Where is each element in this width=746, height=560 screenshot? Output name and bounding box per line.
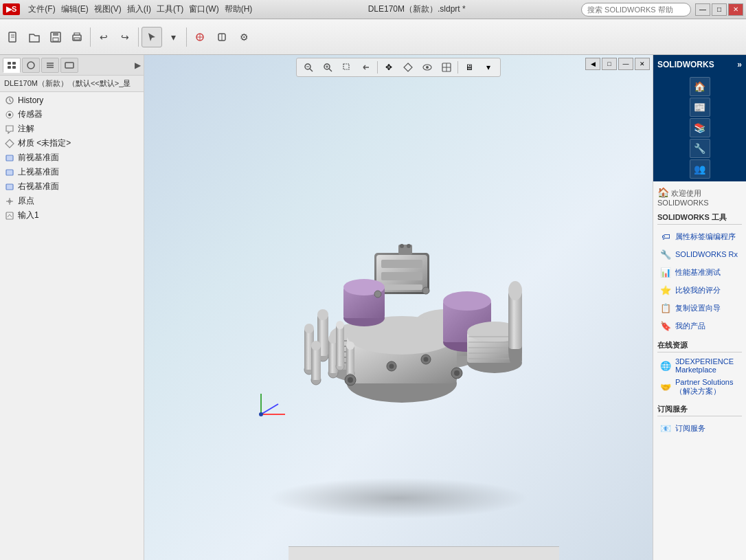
link-sw-rx[interactable]: 🔧 SOLIDWORKS Rx bbox=[657, 245, 742, 263]
tab-config[interactable] bbox=[41, 58, 59, 73]
tree-item-right-plane[interactable]: 右视基准面 bbox=[0, 179, 144, 194]
separator-3 bbox=[186, 27, 187, 47]
top-plane-label: 上视基准面 bbox=[18, 166, 59, 178]
select-button[interactable] bbox=[142, 27, 162, 47]
link-benchmark[interactable]: 📊 性能基准测试 bbox=[657, 263, 742, 281]
new-button[interactable] bbox=[3, 27, 23, 47]
separator-1 bbox=[90, 27, 91, 47]
tree-item-material[interactable]: 材质 <未指定> bbox=[0, 136, 144, 150]
link-property-tag[interactable]: 🏷 属性标签编编程序 bbox=[657, 227, 742, 245]
svg-point-112 bbox=[454, 370, 460, 376]
tab-property[interactable] bbox=[22, 58, 40, 73]
display-mode-button[interactable]: 🖥 bbox=[460, 60, 478, 75]
edit-toolbar-group: ↩ ↪ bbox=[93, 27, 135, 47]
right-learn-button[interactable]: 📚 bbox=[690, 118, 710, 137]
svg-rect-87 bbox=[381, 272, 422, 280]
menu-file[interactable]: 文件(F) bbox=[28, 3, 55, 15]
compare-score-label: 比较我的评分 bbox=[675, 285, 721, 295]
engine-shadow bbox=[268, 478, 529, 519]
svg-point-77 bbox=[311, 341, 321, 350]
restore-button[interactable]: □ bbox=[712, 3, 727, 16]
link-3dexperience[interactable]: 🌐 3DEXPERIENCE Marketplace bbox=[657, 355, 742, 376]
zoom-window-button[interactable] bbox=[338, 60, 356, 75]
right-plane-label: 右视基准面 bbox=[18, 181, 59, 192]
welcome-text: 🏠 欢迎使用 SOLIDWORKS bbox=[657, 187, 742, 207]
tree-item-origin[interactable]: 原点 bbox=[0, 194, 144, 208]
feature-button[interactable] bbox=[212, 27, 232, 47]
minimize-button[interactable]: — bbox=[695, 3, 710, 16]
link-my-products[interactable]: 🔖 我的产品 bbox=[657, 317, 742, 335]
redo-button[interactable]: ↪ bbox=[115, 27, 135, 47]
annotation-icon bbox=[4, 124, 15, 135]
svg-marker-41 bbox=[404, 63, 412, 71]
svg-point-91 bbox=[407, 244, 411, 248]
svg-rect-7 bbox=[74, 38, 80, 40]
svg-marker-25 bbox=[5, 139, 14, 148]
input-icon bbox=[4, 210, 15, 221]
zoom-to-fit-button[interactable] bbox=[299, 60, 317, 75]
pan-button[interactable]: ✥ bbox=[380, 60, 398, 75]
link-partner-solutions[interactable]: 🤝 Partner Solutions（解决方案） bbox=[657, 376, 742, 399]
hide-show-button[interactable] bbox=[418, 60, 436, 75]
menu-view[interactable]: 视图(V) bbox=[94, 3, 122, 15]
display-dropdown[interactable]: ▾ bbox=[479, 60, 497, 75]
select-dropdown[interactable]: ▾ bbox=[163, 27, 183, 47]
material-label: 材质 <未指定> bbox=[18, 137, 71, 149]
input1-label: 输入1 bbox=[18, 210, 39, 221]
menu-tools[interactable]: 工具(T) bbox=[157, 3, 183, 15]
svg-rect-76 bbox=[311, 346, 321, 380]
copy-settings-label: 复制设置向导 bbox=[675, 303, 721, 313]
save-button[interactable] bbox=[45, 27, 66, 47]
file-toolbar-group bbox=[3, 27, 87, 47]
partner-solutions-label: Partner Solutions（解决方案） bbox=[675, 378, 741, 396]
print-button[interactable] bbox=[67, 27, 87, 47]
right-community-button[interactable]: 👥 bbox=[690, 159, 710, 179]
svg-point-17 bbox=[27, 62, 34, 69]
left-tab-more[interactable]: ▶ bbox=[135, 60, 141, 70]
search-input[interactable] bbox=[581, 3, 691, 16]
tree-item-sensors[interactable]: 传感器 bbox=[0, 107, 144, 122]
link-compare-score[interactable]: ⭐ 比较我的评分 bbox=[657, 281, 742, 299]
right-panel-collapse[interactable]: » bbox=[737, 60, 742, 69]
tree-item-top-plane[interactable]: 上视基准面 bbox=[0, 165, 144, 179]
tree-item-history[interactable]: History bbox=[0, 93, 144, 107]
tree-item-input1[interactable]: 输入1 bbox=[0, 208, 144, 223]
main-layout: ▶ DLE170M（新款）（默认<<默认>_显 History 传感器 bbox=[0, 55, 746, 560]
right-home-button[interactable]: 🏠 bbox=[690, 77, 710, 96]
tab-display[interactable] bbox=[60, 58, 78, 73]
zoom-prev-button[interactable] bbox=[357, 60, 375, 75]
history-label: History bbox=[18, 96, 43, 105]
vp-restore[interactable]: □ bbox=[602, 58, 617, 70]
sketch-button[interactable] bbox=[190, 27, 210, 47]
tree-item-front-plane[interactable]: 前视基准面 bbox=[0, 150, 144, 165]
right-tools-button[interactable]: 🔧 bbox=[690, 139, 710, 158]
menu-window[interactable]: 窗口(W) bbox=[189, 3, 218, 15]
link-subscribe[interactable]: 📧 订阅服务 bbox=[657, 419, 742, 437]
display-style-button[interactable] bbox=[399, 60, 417, 75]
front-plane-label: 前视基准面 bbox=[18, 152, 59, 164]
menu-insert[interactable]: 插入(I) bbox=[127, 3, 151, 15]
zoom-in-button[interactable] bbox=[319, 60, 337, 75]
window-controls: — □ ✕ bbox=[695, 3, 743, 16]
link-copy-settings[interactable]: 📋 复制设置向导 bbox=[657, 299, 742, 317]
section-online-title: 在线资源 bbox=[657, 340, 742, 352]
welcome-icon: 🏠 bbox=[657, 187, 669, 198]
right-news-button[interactable]: 📰 bbox=[690, 98, 710, 117]
close-button[interactable]: ✕ bbox=[728, 3, 743, 16]
history-icon bbox=[4, 95, 15, 106]
menu-edit[interactable]: 编辑(E) bbox=[61, 3, 89, 15]
open-button[interactable] bbox=[24, 27, 45, 47]
3dexperience-icon: 🌐 bbox=[659, 359, 672, 372]
view-button[interactable] bbox=[438, 60, 455, 75]
tree-item-annotations[interactable]: 注解 bbox=[0, 122, 144, 136]
center-viewport[interactable]: ✥ 🖥 ▾ ◀ □ — ✕ bbox=[144, 55, 653, 560]
svg-point-80 bbox=[336, 321, 344, 329]
undo-button[interactable]: ↩ bbox=[93, 27, 114, 47]
tab-feature-tree[interactable] bbox=[3, 58, 21, 73]
vp-left-arrow[interactable]: ◀ bbox=[585, 58, 600, 70]
svg-point-23 bbox=[8, 113, 11, 116]
options-button[interactable]: ⚙ bbox=[234, 27, 254, 47]
vp-close[interactable]: ✕ bbox=[635, 58, 650, 70]
vp-minimize[interactable]: — bbox=[618, 58, 633, 70]
menu-help[interactable]: 帮助(H) bbox=[225, 3, 253, 15]
